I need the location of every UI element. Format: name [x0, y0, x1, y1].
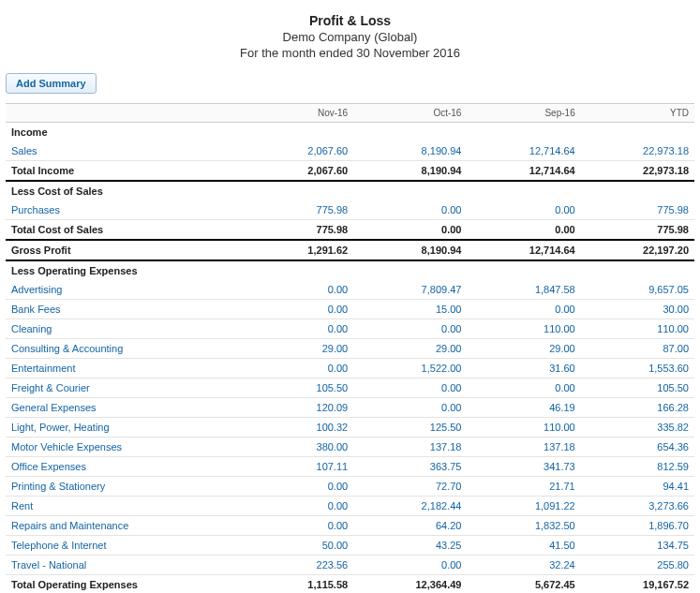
cell-value[interactable]: 0.00: [467, 378, 580, 398]
account-link[interactable]: Cleaning: [11, 323, 52, 334]
cell-value[interactable]: 775.98: [581, 200, 694, 220]
cell-value[interactable]: 0.00: [353, 200, 467, 220]
cell-value[interactable]: 29.00: [467, 339, 580, 359]
gross-profit-row: Gross Profit 1,291.62 8,190.94 12,714.64…: [6, 240, 694, 260]
table-row: Consulting & Accounting29.0029.0029.0087…: [6, 339, 694, 359]
cell-value[interactable]: 29.00: [353, 339, 467, 359]
account-link[interactable]: Printing & Stationery: [11, 481, 105, 492]
report-title: Profit & Loss: [6, 13, 694, 28]
cell-value[interactable]: 32.24: [467, 556, 580, 575]
account-link[interactable]: Rent: [11, 500, 33, 511]
cell-value[interactable]: 100.32: [240, 418, 353, 437]
section-title-opex: Less Operating Expenses: [6, 260, 694, 280]
cell-value[interactable]: 7,809.47: [353, 280, 467, 300]
cell-value[interactable]: 1,522.00: [353, 359, 467, 378]
table-row: Travel - National223.560.0032.24255.80: [6, 556, 694, 575]
cell-value[interactable]: 72.70: [353, 477, 467, 497]
cell-value[interactable]: 12,714.64: [467, 141, 580, 161]
cell-value[interactable]: 0.00: [467, 300, 580, 319]
cell-value[interactable]: 105.50: [581, 378, 694, 398]
cell-value[interactable]: 0.00: [467, 200, 580, 220]
account-link[interactable]: Repairs and Maintenance: [11, 520, 128, 531]
cell-value[interactable]: 87.00: [581, 339, 694, 359]
cell-value[interactable]: 341.73: [467, 457, 580, 477]
cell-value[interactable]: 137.18: [353, 437, 467, 457]
table-row: Printing & Stationery0.0072.7021.7194.41: [6, 477, 694, 497]
cell-value[interactable]: 3,273.66: [581, 497, 694, 516]
col-header: YTD: [581, 104, 694, 123]
cell-value[interactable]: 0.00: [240, 497, 353, 516]
cell-value[interactable]: 125.50: [353, 418, 467, 437]
cell-value[interactable]: 2,182.44: [353, 497, 467, 516]
cell-value[interactable]: 137.18: [467, 437, 580, 457]
cell-value[interactable]: 8,190.94: [353, 141, 467, 161]
table-row: Sales 2,067.60 8,190.94 12,714.64 22,973…: [6, 141, 694, 161]
account-link[interactable]: Travel - National: [11, 559, 86, 571]
cell-value[interactable]: 0.00: [240, 359, 353, 378]
cell-value[interactable]: 1,832.50: [467, 516, 580, 536]
cell-value[interactable]: 50.00: [240, 536, 353, 556]
cell-value[interactable]: 105.50: [240, 378, 353, 398]
cell-value[interactable]: 94.41: [581, 477, 694, 497]
account-link[interactable]: Bank Fees: [11, 304, 61, 315]
account-link[interactable]: General Expenses: [11, 402, 97, 413]
cell-value[interactable]: 43.25: [353, 536, 467, 556]
account-link[interactable]: Consulting & Accounting: [11, 343, 123, 354]
table-row: Freight & Courier105.500.000.00105.50: [6, 378, 694, 398]
cell-value[interactable]: 1,091.22: [467, 497, 580, 516]
cell-value[interactable]: 0.00: [353, 398, 467, 418]
cell-value[interactable]: 30.00: [581, 300, 694, 319]
cell-value[interactable]: 0.00: [353, 378, 467, 398]
cell-value[interactable]: 21.71: [467, 477, 580, 497]
cell-value[interactable]: 0.00: [353, 556, 467, 575]
account-link[interactable]: Light, Power, Heating: [11, 422, 110, 433]
cell-value[interactable]: 110.00: [467, 418, 580, 437]
cell-value[interactable]: 1,847.58: [467, 280, 580, 300]
cell-value[interactable]: 22,973.18: [581, 141, 694, 161]
cell-value[interactable]: 255.80: [581, 556, 694, 575]
account-link[interactable]: Purchases: [11, 204, 60, 215]
cell-value[interactable]: 0.00: [240, 477, 353, 497]
cell-value[interactable]: 1,553.60: [581, 359, 694, 378]
cell-value[interactable]: 775.98: [240, 200, 353, 220]
account-link[interactable]: Entertainment: [11, 363, 75, 374]
cell-value[interactable]: 110.00: [581, 319, 694, 339]
cell-value[interactable]: 380.00: [240, 437, 353, 457]
cell-value[interactable]: 0.00: [353, 319, 467, 339]
cell-value[interactable]: 0.00: [240, 300, 353, 319]
cell-value[interactable]: 2,067.60: [240, 141, 353, 161]
cell-value[interactable]: 110.00: [467, 319, 580, 339]
table-row: Motor Vehicle Expenses380.00137.18137.18…: [6, 437, 694, 457]
account-link[interactable]: Motor Vehicle Expenses: [11, 441, 122, 452]
add-summary-button[interactable]: Add Summary: [6, 73, 97, 94]
account-link[interactable]: Freight & Courier: [11, 382, 90, 393]
cell-value[interactable]: 9,657.05: [581, 280, 694, 300]
table-row: Entertainment0.001,522.0031.601,553.60: [6, 359, 694, 378]
cell-value[interactable]: 46.19: [467, 398, 580, 418]
account-link[interactable]: Office Expenses: [11, 461, 86, 472]
cell-value[interactable]: 0.00: [240, 319, 353, 339]
account-link[interactable]: Advertising: [11, 284, 62, 295]
account-link[interactable]: Telephone & Internet: [11, 540, 107, 551]
cell-value[interactable]: 41.50: [467, 536, 580, 556]
cell-value[interactable]: 812.59: [581, 457, 694, 477]
cell-value[interactable]: 134.75: [581, 536, 694, 556]
account-link[interactable]: Sales: [11, 145, 37, 156]
cell-value[interactable]: 0.00: [240, 516, 353, 536]
cell-value[interactable]: 31.60: [467, 359, 580, 378]
cell-value[interactable]: 223.56: [240, 556, 353, 575]
cell-value[interactable]: 166.28: [581, 398, 694, 418]
table-row: Rent0.002,182.441,091.223,273.66: [6, 497, 694, 516]
cell-value[interactable]: 0.00: [240, 280, 353, 300]
cell-value[interactable]: 15.00: [353, 300, 467, 319]
cell-value[interactable]: 64.20: [353, 516, 467, 536]
cell-value[interactable]: 654.36: [581, 437, 694, 457]
cell-value[interactable]: 1,896.70: [581, 516, 694, 536]
cell-value[interactable]: 363.75: [353, 457, 467, 477]
cell-value[interactable]: 107.11: [240, 457, 353, 477]
cell-value[interactable]: 120.09: [240, 398, 353, 418]
col-header: Oct-16: [353, 104, 467, 123]
cell-value[interactable]: 335.82: [581, 418, 694, 437]
cell-value[interactable]: 29.00: [240, 339, 353, 359]
report-period: For the month ended 30 November 2016: [6, 46, 694, 60]
